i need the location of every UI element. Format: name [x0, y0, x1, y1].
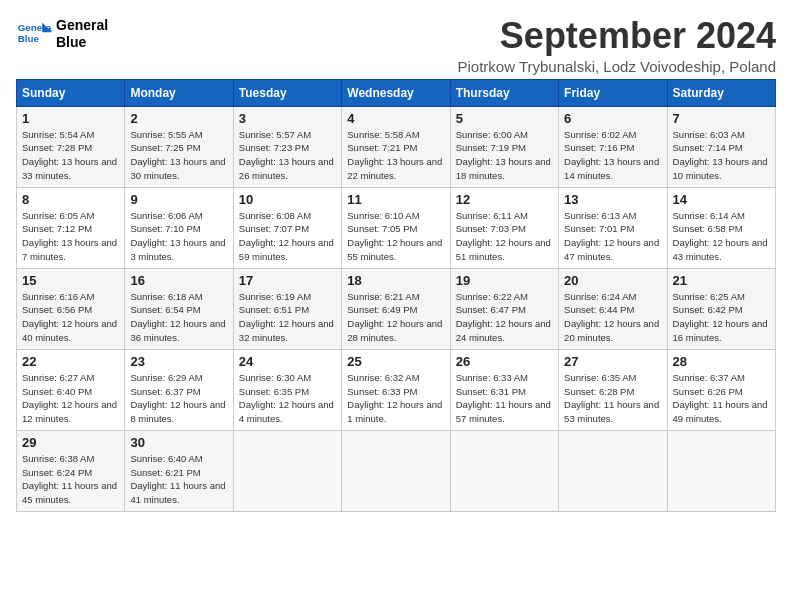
calendar-cell: 5Sunrise: 6:00 AMSunset: 7:19 PMDaylight… — [450, 106, 558, 187]
day-number: 7 — [673, 111, 770, 126]
day-number: 21 — [673, 273, 770, 288]
calendar-cell: 25Sunrise: 6:32 AMSunset: 6:33 PMDayligh… — [342, 349, 450, 430]
calendar-cell — [342, 430, 450, 511]
day-info: Sunrise: 6:29 AMSunset: 6:37 PMDaylight:… — [130, 371, 227, 426]
calendar-cell: 20Sunrise: 6:24 AMSunset: 6:44 PMDayligh… — [559, 268, 667, 349]
day-number: 16 — [130, 273, 227, 288]
month-title: September 2024 — [457, 16, 776, 56]
day-header-sunday: Sunday — [17, 79, 125, 106]
day-info: Sunrise: 6:40 AMSunset: 6:21 PMDaylight:… — [130, 452, 227, 507]
day-info: Sunrise: 5:57 AMSunset: 7:23 PMDaylight:… — [239, 128, 336, 183]
day-number: 3 — [239, 111, 336, 126]
calendar-cell: 14Sunrise: 6:14 AMSunset: 6:58 PMDayligh… — [667, 187, 775, 268]
calendar-cell — [667, 430, 775, 511]
day-info: Sunrise: 6:14 AMSunset: 6:58 PMDaylight:… — [673, 209, 770, 264]
day-number: 1 — [22, 111, 119, 126]
day-number: 9 — [130, 192, 227, 207]
logo-text-line2: Blue — [56, 34, 108, 51]
calendar-body: 1Sunrise: 5:54 AMSunset: 7:28 PMDaylight… — [17, 106, 776, 511]
calendar-cell: 21Sunrise: 6:25 AMSunset: 6:42 PMDayligh… — [667, 268, 775, 349]
day-info: Sunrise: 6:16 AMSunset: 6:56 PMDaylight:… — [22, 290, 119, 345]
day-number: 17 — [239, 273, 336, 288]
day-number: 15 — [22, 273, 119, 288]
day-number: 14 — [673, 192, 770, 207]
day-number: 11 — [347, 192, 444, 207]
day-info: Sunrise: 6:00 AMSunset: 7:19 PMDaylight:… — [456, 128, 553, 183]
day-info: Sunrise: 6:30 AMSunset: 6:35 PMDaylight:… — [239, 371, 336, 426]
calendar-cell — [233, 430, 341, 511]
calendar-week-4: 22Sunrise: 6:27 AMSunset: 6:40 PMDayligh… — [17, 349, 776, 430]
calendar-cell: 24Sunrise: 6:30 AMSunset: 6:35 PMDayligh… — [233, 349, 341, 430]
day-number: 13 — [564, 192, 661, 207]
calendar-cell: 9Sunrise: 6:06 AMSunset: 7:10 PMDaylight… — [125, 187, 233, 268]
day-info: Sunrise: 6:10 AMSunset: 7:05 PMDaylight:… — [347, 209, 444, 264]
svg-text:Blue: Blue — [18, 33, 40, 44]
logo-text-line1: General — [56, 17, 108, 34]
calendar-week-1: 1Sunrise: 5:54 AMSunset: 7:28 PMDaylight… — [17, 106, 776, 187]
calendar-week-3: 15Sunrise: 6:16 AMSunset: 6:56 PMDayligh… — [17, 268, 776, 349]
calendar-cell: 10Sunrise: 6:08 AMSunset: 7:07 PMDayligh… — [233, 187, 341, 268]
calendar-cell: 3Sunrise: 5:57 AMSunset: 7:23 PMDaylight… — [233, 106, 341, 187]
day-number: 10 — [239, 192, 336, 207]
day-number: 26 — [456, 354, 553, 369]
day-number: 25 — [347, 354, 444, 369]
calendar-cell: 23Sunrise: 6:29 AMSunset: 6:37 PMDayligh… — [125, 349, 233, 430]
day-info: Sunrise: 6:25 AMSunset: 6:42 PMDaylight:… — [673, 290, 770, 345]
page-header: General Blue General Blue September 2024… — [16, 16, 776, 75]
title-area: September 2024 Piotrkow Trybunalski, Lod… — [457, 16, 776, 75]
day-info: Sunrise: 6:08 AMSunset: 7:07 PMDaylight:… — [239, 209, 336, 264]
day-info: Sunrise: 6:19 AMSunset: 6:51 PMDaylight:… — [239, 290, 336, 345]
day-info: Sunrise: 5:54 AMSunset: 7:28 PMDaylight:… — [22, 128, 119, 183]
day-header-thursday: Thursday — [450, 79, 558, 106]
day-info: Sunrise: 6:37 AMSunset: 6:26 PMDaylight:… — [673, 371, 770, 426]
day-info: Sunrise: 6:06 AMSunset: 7:10 PMDaylight:… — [130, 209, 227, 264]
day-number: 30 — [130, 435, 227, 450]
day-info: Sunrise: 6:24 AMSunset: 6:44 PMDaylight:… — [564, 290, 661, 345]
calendar-cell: 2Sunrise: 5:55 AMSunset: 7:25 PMDaylight… — [125, 106, 233, 187]
day-header-monday: Monday — [125, 79, 233, 106]
day-number: 18 — [347, 273, 444, 288]
day-info: Sunrise: 6:22 AMSunset: 6:47 PMDaylight:… — [456, 290, 553, 345]
day-number: 19 — [456, 273, 553, 288]
day-header-saturday: Saturday — [667, 79, 775, 106]
day-number: 24 — [239, 354, 336, 369]
day-number: 20 — [564, 273, 661, 288]
calendar-cell: 17Sunrise: 6:19 AMSunset: 6:51 PMDayligh… — [233, 268, 341, 349]
day-number: 23 — [130, 354, 227, 369]
calendar-cell: 12Sunrise: 6:11 AMSunset: 7:03 PMDayligh… — [450, 187, 558, 268]
day-number: 8 — [22, 192, 119, 207]
calendar-table: SundayMondayTuesdayWednesdayThursdayFrid… — [16, 79, 776, 512]
calendar-cell: 19Sunrise: 6:22 AMSunset: 6:47 PMDayligh… — [450, 268, 558, 349]
calendar-cell: 27Sunrise: 6:35 AMSunset: 6:28 PMDayligh… — [559, 349, 667, 430]
day-info: Sunrise: 6:27 AMSunset: 6:40 PMDaylight:… — [22, 371, 119, 426]
calendar-cell: 26Sunrise: 6:33 AMSunset: 6:31 PMDayligh… — [450, 349, 558, 430]
calendar-cell: 8Sunrise: 6:05 AMSunset: 7:12 PMDaylight… — [17, 187, 125, 268]
day-info: Sunrise: 6:32 AMSunset: 6:33 PMDaylight:… — [347, 371, 444, 426]
day-info: Sunrise: 5:55 AMSunset: 7:25 PMDaylight:… — [130, 128, 227, 183]
calendar-cell: 6Sunrise: 6:02 AMSunset: 7:16 PMDaylight… — [559, 106, 667, 187]
calendar-cell: 13Sunrise: 6:13 AMSunset: 7:01 PMDayligh… — [559, 187, 667, 268]
calendar-week-2: 8Sunrise: 6:05 AMSunset: 7:12 PMDaylight… — [17, 187, 776, 268]
day-info: Sunrise: 6:33 AMSunset: 6:31 PMDaylight:… — [456, 371, 553, 426]
location-title: Piotrkow Trybunalski, Lodz Voivodeship, … — [457, 58, 776, 75]
day-number: 2 — [130, 111, 227, 126]
day-info: Sunrise: 6:21 AMSunset: 6:49 PMDaylight:… — [347, 290, 444, 345]
day-info: Sunrise: 6:38 AMSunset: 6:24 PMDaylight:… — [22, 452, 119, 507]
day-number: 6 — [564, 111, 661, 126]
calendar-cell: 22Sunrise: 6:27 AMSunset: 6:40 PMDayligh… — [17, 349, 125, 430]
day-info: Sunrise: 5:58 AMSunset: 7:21 PMDaylight:… — [347, 128, 444, 183]
day-number: 5 — [456, 111, 553, 126]
day-info: Sunrise: 6:13 AMSunset: 7:01 PMDaylight:… — [564, 209, 661, 264]
day-number: 28 — [673, 354, 770, 369]
calendar-cell: 1Sunrise: 5:54 AMSunset: 7:28 PMDaylight… — [17, 106, 125, 187]
calendar-cell: 16Sunrise: 6:18 AMSunset: 6:54 PMDayligh… — [125, 268, 233, 349]
calendar-cell: 15Sunrise: 6:16 AMSunset: 6:56 PMDayligh… — [17, 268, 125, 349]
day-number: 12 — [456, 192, 553, 207]
day-number: 29 — [22, 435, 119, 450]
day-info: Sunrise: 6:35 AMSunset: 6:28 PMDaylight:… — [564, 371, 661, 426]
calendar-cell — [450, 430, 558, 511]
day-header-wednesday: Wednesday — [342, 79, 450, 106]
calendar-cell: 29Sunrise: 6:38 AMSunset: 6:24 PMDayligh… — [17, 430, 125, 511]
calendar-cell: 4Sunrise: 5:58 AMSunset: 7:21 PMDaylight… — [342, 106, 450, 187]
day-number: 22 — [22, 354, 119, 369]
